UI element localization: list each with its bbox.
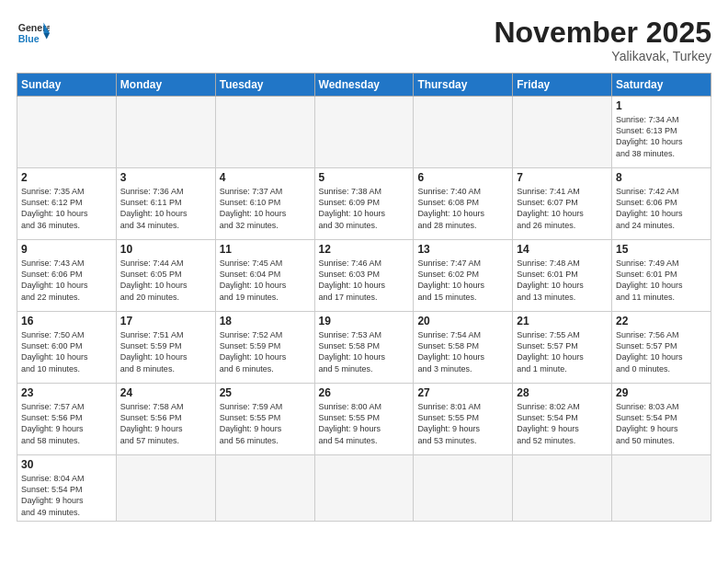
table-row: 21Sunrise: 7:55 AM Sunset: 5:57 PM Dayli… (513, 312, 612, 384)
day-info: Sunrise: 7:41 AM Sunset: 6:07 PM Dayligh… (517, 186, 608, 231)
col-friday: Friday (513, 74, 612, 97)
day-number: 23 (21, 386, 112, 399)
calendar-week-row: 23Sunrise: 7:57 AM Sunset: 5:56 PM Dayli… (17, 384, 711, 455)
table-row: 19Sunrise: 7:53 AM Sunset: 5:58 PM Dayli… (314, 312, 414, 384)
day-info: Sunrise: 7:43 AM Sunset: 6:06 PM Dayligh… (21, 258, 112, 303)
generalblue-logo-icon: General Blue (17, 17, 50, 50)
table-row (612, 455, 711, 522)
day-number: 2 (21, 171, 112, 184)
day-info: Sunrise: 7:45 AM Sunset: 6:04 PM Dayligh… (220, 258, 311, 303)
table-row: 10Sunrise: 7:44 AM Sunset: 6:05 PM Dayli… (116, 240, 215, 312)
day-number: 28 (517, 386, 608, 399)
table-row (215, 97, 314, 168)
day-number: 25 (220, 386, 311, 399)
day-info: Sunrise: 7:48 AM Sunset: 6:01 PM Dayligh… (517, 258, 608, 303)
day-number: 7 (517, 171, 608, 184)
day-number: 19 (319, 315, 410, 327)
day-number: 9 (21, 243, 112, 256)
logo: General Blue (17, 17, 50, 50)
table-row (17, 97, 117, 168)
month-title: November 2025 (494, 17, 711, 49)
calendar-table: Sunday Monday Tuesday Wednesday Thursday… (17, 73, 711, 522)
day-number: 30 (21, 458, 112, 471)
table-row: 18Sunrise: 7:52 AM Sunset: 5:59 PM Dayli… (215, 312, 314, 384)
table-row (215, 455, 314, 522)
day-info: Sunrise: 8:02 AM Sunset: 5:54 PM Dayligh… (517, 401, 608, 446)
day-info: Sunrise: 7:35 AM Sunset: 6:12 PM Dayligh… (21, 186, 112, 231)
calendar-week-row: 30Sunrise: 8:04 AM Sunset: 5:54 PM Dayli… (17, 455, 711, 522)
day-number: 12 (319, 243, 410, 256)
day-info: Sunrise: 7:46 AM Sunset: 6:03 PM Dayligh… (319, 258, 410, 303)
title-block: November 2025 Yalikavak, Turkey (494, 17, 711, 63)
table-row (414, 455, 513, 522)
day-number: 5 (319, 171, 410, 184)
col-sunday: Sunday (17, 74, 117, 97)
day-number: 20 (417, 315, 508, 327)
table-row: 7Sunrise: 7:41 AM Sunset: 6:07 PM Daylig… (513, 168, 612, 240)
table-row: 9Sunrise: 7:43 AM Sunset: 6:06 PM Daylig… (17, 240, 117, 312)
day-info: Sunrise: 7:44 AM Sunset: 6:05 PM Dayligh… (120, 258, 211, 303)
table-row: 13Sunrise: 7:47 AM Sunset: 6:02 PM Dayli… (414, 240, 513, 312)
table-row: 22Sunrise: 7:56 AM Sunset: 5:57 PM Dayli… (612, 312, 711, 384)
day-info: Sunrise: 7:52 AM Sunset: 5:59 PM Dayligh… (220, 329, 311, 374)
day-info: Sunrise: 7:51 AM Sunset: 5:59 PM Dayligh… (120, 329, 211, 374)
header: General Blue November 2025 Yalikavak, Tu… (17, 17, 711, 63)
day-info: Sunrise: 7:47 AM Sunset: 6:02 PM Dayligh… (417, 258, 508, 303)
day-number: 1 (616, 99, 707, 112)
day-info: Sunrise: 7:37 AM Sunset: 6:10 PM Dayligh… (220, 186, 311, 231)
day-info: Sunrise: 7:58 AM Sunset: 5:56 PM Dayligh… (120, 401, 211, 446)
day-info: Sunrise: 7:54 AM Sunset: 5:58 PM Dayligh… (417, 329, 508, 374)
table-row: 1Sunrise: 7:34 AM Sunset: 6:13 PM Daylig… (612, 97, 711, 168)
table-row: 24Sunrise: 7:58 AM Sunset: 5:56 PM Dayli… (116, 384, 215, 455)
day-number: 16 (21, 315, 112, 327)
day-number: 24 (120, 386, 211, 399)
table-row: 12Sunrise: 7:46 AM Sunset: 6:03 PM Dayli… (314, 240, 414, 312)
table-row: 30Sunrise: 8:04 AM Sunset: 5:54 PM Dayli… (17, 455, 117, 522)
col-wednesday: Wednesday (314, 74, 414, 97)
table-row (414, 97, 513, 168)
day-number: 3 (120, 171, 211, 184)
table-row: 8Sunrise: 7:42 AM Sunset: 6:06 PM Daylig… (612, 168, 711, 240)
day-number: 6 (417, 171, 508, 184)
table-row: 23Sunrise: 7:57 AM Sunset: 5:56 PM Dayli… (17, 384, 117, 455)
day-info: Sunrise: 7:34 AM Sunset: 6:13 PM Dayligh… (616, 114, 707, 159)
table-row: 14Sunrise: 7:48 AM Sunset: 6:01 PM Dayli… (513, 240, 612, 312)
svg-text:Blue: Blue (18, 33, 40, 44)
day-number: 21 (517, 315, 608, 327)
day-number: 14 (517, 243, 608, 256)
calendar-header-row: Sunday Monday Tuesday Wednesday Thursday… (17, 74, 711, 97)
day-info: Sunrise: 7:40 AM Sunset: 6:08 PM Dayligh… (417, 186, 508, 231)
calendar-week-row: 2Sunrise: 7:35 AM Sunset: 6:12 PM Daylig… (17, 168, 711, 240)
day-info: Sunrise: 7:36 AM Sunset: 6:11 PM Dayligh… (120, 186, 211, 231)
page: General Blue November 2025 Yalikavak, Tu… (0, 0, 728, 563)
table-row (314, 455, 414, 522)
day-info: Sunrise: 8:01 AM Sunset: 5:55 PM Dayligh… (417, 401, 508, 446)
day-number: 29 (616, 386, 707, 399)
table-row: 15Sunrise: 7:49 AM Sunset: 6:01 PM Dayli… (612, 240, 711, 312)
table-row: 16Sunrise: 7:50 AM Sunset: 6:00 PM Dayli… (17, 312, 117, 384)
table-row: 28Sunrise: 8:02 AM Sunset: 5:54 PM Dayli… (513, 384, 612, 455)
table-row: 26Sunrise: 8:00 AM Sunset: 5:55 PM Dayli… (314, 384, 414, 455)
day-number: 13 (417, 243, 508, 256)
table-row: 27Sunrise: 8:01 AM Sunset: 5:55 PM Dayli… (414, 384, 513, 455)
day-info: Sunrise: 7:50 AM Sunset: 6:00 PM Dayligh… (21, 329, 112, 374)
table-row: 20Sunrise: 7:54 AM Sunset: 5:58 PM Dayli… (414, 312, 513, 384)
svg-marker-3 (43, 33, 50, 40)
day-info: Sunrise: 7:42 AM Sunset: 6:06 PM Dayligh… (616, 186, 707, 231)
col-saturday: Saturday (612, 74, 711, 97)
calendar-week-row: 1Sunrise: 7:34 AM Sunset: 6:13 PM Daylig… (17, 97, 711, 168)
table-row (513, 97, 612, 168)
day-info: Sunrise: 8:04 AM Sunset: 5:54 PM Dayligh… (21, 473, 112, 518)
col-thursday: Thursday (414, 74, 513, 97)
table-row (314, 97, 414, 168)
day-info: Sunrise: 7:59 AM Sunset: 5:55 PM Dayligh… (220, 401, 311, 446)
day-info: Sunrise: 7:38 AM Sunset: 6:09 PM Dayligh… (319, 186, 410, 231)
day-info: Sunrise: 8:03 AM Sunset: 5:54 PM Dayligh… (616, 401, 707, 446)
day-number: 22 (616, 315, 707, 327)
day-info: Sunrise: 7:49 AM Sunset: 6:01 PM Dayligh… (616, 258, 707, 303)
day-number: 17 (120, 315, 211, 327)
calendar-week-row: 9Sunrise: 7:43 AM Sunset: 6:06 PM Daylig… (17, 240, 711, 312)
table-row: 6Sunrise: 7:40 AM Sunset: 6:08 PM Daylig… (414, 168, 513, 240)
day-info: Sunrise: 7:56 AM Sunset: 5:57 PM Dayligh… (616, 329, 707, 374)
table-row: 17Sunrise: 7:51 AM Sunset: 5:59 PM Dayli… (116, 312, 215, 384)
